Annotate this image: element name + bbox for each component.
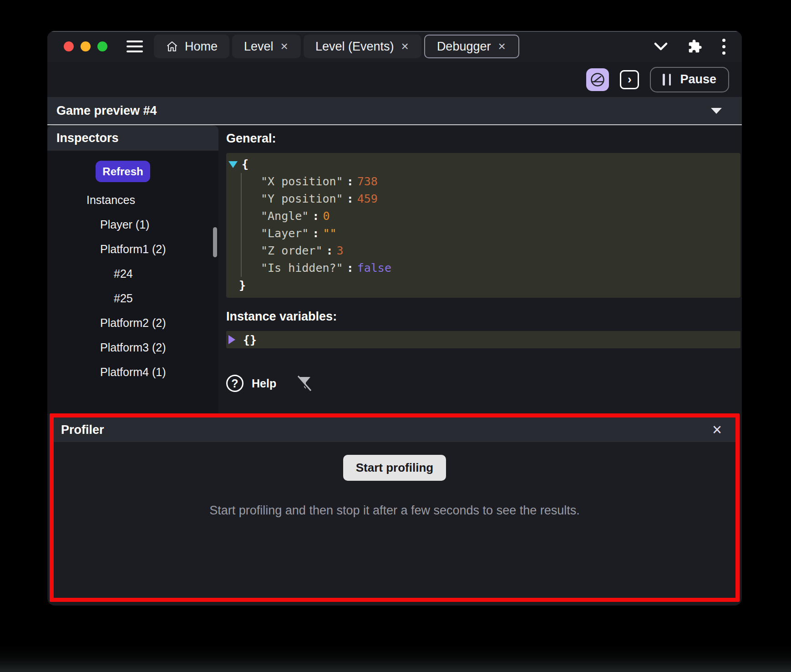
tree-item-instances[interactable]: Instances — [47, 188, 218, 212]
json-colon: : — [322, 244, 336, 257]
json-value: 0 — [323, 209, 330, 223]
json-colon: : — [343, 261, 357, 275]
title-bar-actions — [654, 39, 725, 55]
json-colon: : — [309, 227, 323, 240]
tab-debugger-label: Debugger — [437, 40, 491, 54]
kebab-menu-icon[interactable] — [722, 39, 725, 55]
game-preview-title: Game preview #4 — [56, 104, 157, 118]
tab-level-events-label: Level (Events) — [315, 40, 394, 54]
title-bar: Home Level × Level (Events) × Debugger × — [47, 31, 742, 62]
inspectors-body: Refresh Instances Player (1) Platform1 (… — [47, 151, 218, 414]
tab-level-close-icon[interactable]: × — [280, 40, 289, 53]
json-colon: : — [343, 175, 357, 188]
traffic-light-close[interactable] — [64, 41, 74, 51]
sidebar-scrollbar-thumb[interactable] — [213, 227, 217, 257]
instance-variables-label: Instance variables: — [226, 310, 740, 324]
traffic-light-minimize[interactable] — [81, 41, 91, 51]
profiler-close-icon[interactable]: × — [712, 422, 722, 438]
debugger-toolbar: › Pause — [47, 62, 742, 97]
start-profiling-button[interactable]: Start profiling — [343, 455, 446, 481]
json-root-row[interactable]: { — [228, 156, 736, 173]
screenshot-stage: Home Level × Level (Events) × Debugger × — [0, 0, 791, 672]
expand-triangle-icon[interactable] — [228, 161, 238, 168]
pause-icon — [663, 74, 671, 86]
json-key: "Y position" — [261, 192, 343, 205]
json-value: 738 — [357, 175, 378, 188]
help-icon[interactable]: ? — [226, 375, 243, 392]
json-row-is-hidden: "Is hidden?":false — [261, 260, 736, 277]
traffic-lights — [64, 41, 107, 51]
json-key: "Layer" — [261, 227, 309, 240]
inspector-main-panel: General: { "X position":738 "Y position"… — [218, 125, 742, 414]
inspectors-header: Inspectors — [47, 125, 218, 151]
traffic-light-zoom[interactable] — [97, 41, 107, 51]
json-key: "Angle" — [261, 209, 309, 223]
instance-variables-row[interactable]: {} — [226, 331, 740, 348]
help-label: Help — [252, 377, 276, 390]
home-icon — [166, 40, 178, 53]
json-row-x-position: "X position":738 — [261, 173, 736, 190]
tree-item-platform3[interactable]: Platform3 (2) — [47, 335, 218, 360]
json-value: false — [357, 261, 391, 275]
tab-level[interactable]: Level × — [232, 35, 301, 58]
inspectors-header-label: Inspectors — [56, 131, 119, 145]
profiler-hint-text: Start profiling and then stop it after a… — [54, 504, 735, 518]
instances-tree: Instances Player (1) Platform1 (2) #24 #… — [47, 188, 218, 384]
profiler-header: Profiler × — [54, 417, 735, 442]
filter-off-icon[interactable] — [296, 375, 312, 392]
collapse-triangle-icon[interactable] — [228, 335, 236, 345]
json-row-z-order: "Z order":3 — [261, 242, 736, 260]
tree-item-platform1[interactable]: Platform1 (2) — [47, 237, 218, 261]
json-rows: "X position":738 "Y position":459 "Angle… — [241, 173, 736, 277]
tab-level-label: Level — [244, 40, 274, 54]
tree-item-24[interactable]: #24 — [47, 261, 218, 286]
tree-item-platform4[interactable]: Platform4 (1) — [47, 360, 218, 384]
json-row-y-position: "Y position":459 — [261, 190, 736, 208]
help-row: ? Help — [226, 375, 740, 392]
game-preview-selector[interactable]: Game preview #4 — [47, 97, 742, 125]
caret-down-icon — [711, 108, 722, 114]
tree-item-platform2[interactable]: Platform2 (2) — [47, 311, 218, 335]
profiler-panel: Profiler × Start profiling Start profili… — [50, 413, 740, 602]
json-open-brace: { — [242, 156, 248, 173]
extensions-puzzle-icon[interactable] — [688, 39, 702, 54]
refresh-button[interactable]: Refresh — [96, 161, 150, 182]
console-chevron-glyph: › — [628, 72, 632, 87]
profiler-gauge-button[interactable] — [586, 68, 609, 91]
tab-level-events[interactable]: Level (Events) × — [304, 35, 421, 58]
general-json-tree: { "X position":738 "Y position":459 "Ang… — [226, 153, 740, 298]
instance-variables-value: {} — [243, 333, 257, 346]
hamburger-menu-icon[interactable] — [127, 41, 143, 52]
tab-level-events-close-icon[interactable]: × — [401, 40, 410, 53]
general-section-label: General: — [226, 132, 740, 146]
json-row-angle: "Angle":0 — [261, 208, 736, 225]
json-value: 459 — [357, 192, 378, 205]
tab-home[interactable]: Home — [154, 35, 229, 58]
profiler-title: Profiler — [61, 423, 104, 437]
pause-button[interactable]: Pause — [650, 67, 729, 92]
background-shadow — [0, 645, 791, 672]
profiler-body: Start profiling Start profiling and then… — [54, 442, 735, 518]
json-close-brace: } — [239, 277, 736, 294]
tab-debugger-close-icon[interactable]: × — [497, 40, 506, 53]
json-colon: : — [343, 192, 357, 205]
json-key: "Z order" — [261, 244, 322, 257]
gauge-icon — [590, 72, 605, 87]
console-button[interactable]: › — [620, 70, 639, 89]
tree-item-25[interactable]: #25 — [47, 286, 218, 311]
json-value: 3 — [337, 244, 344, 257]
tab-home-label: Home — [185, 40, 218, 54]
tab-debugger[interactable]: Debugger × — [424, 35, 519, 58]
json-key: "Is hidden?" — [261, 261, 343, 275]
json-colon: : — [309, 209, 323, 223]
chevron-down-icon[interactable] — [654, 42, 668, 51]
json-key: "X position" — [261, 175, 343, 188]
pause-button-label: Pause — [680, 72, 716, 87]
debugger-content: Inspectors Refresh Instances Player (1) … — [47, 125, 742, 414]
tree-item-player[interactable]: Player (1) — [47, 212, 218, 237]
json-value: "" — [323, 227, 336, 240]
inspectors-sidebar: Inspectors Refresh Instances Player (1) … — [47, 125, 218, 414]
tab-bar: Home Level × Level (Events) × Debugger × — [154, 31, 519, 62]
debugger-window: Home Level × Level (Events) × Debugger × — [47, 31, 742, 606]
json-row-layer: "Layer":"" — [261, 225, 736, 242]
